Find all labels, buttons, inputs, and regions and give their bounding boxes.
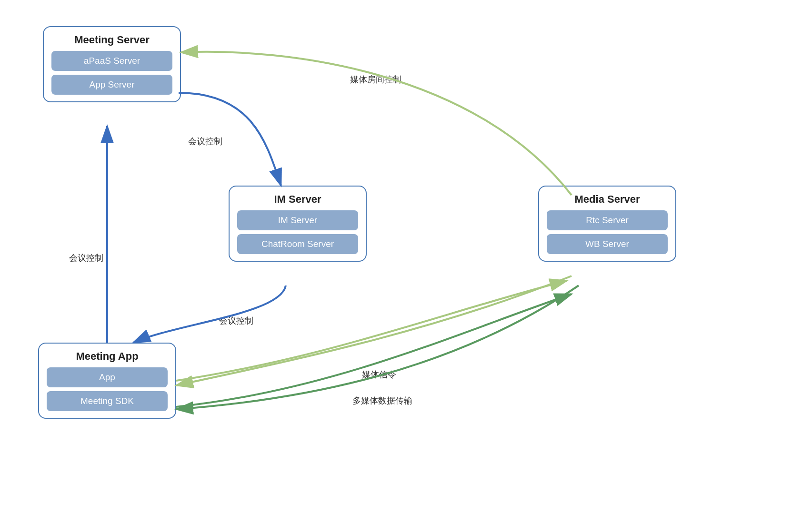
arrow-meetingapp-to-media-2 — [176, 294, 571, 407]
arrow-media-to-meetingapp-data — [176, 286, 579, 409]
app-server-chip: App Server — [51, 75, 172, 95]
meeting-app-title: Meeting App — [47, 350, 168, 363]
meeting-app-box: Meeting App App Meeting SDK — [38, 343, 176, 419]
label-meeting-control-top: 会议控制 — [188, 136, 222, 147]
im-server-title: IM Server — [237, 193, 358, 206]
wb-server-chip: WB Server — [547, 234, 668, 254]
label-meeting-control-left: 会议控制 — [69, 252, 103, 264]
label-media-signal: 媒体信令 — [362, 369, 396, 380]
apaas-server-chip: aPaaS Server — [51, 51, 172, 71]
label-multimedia-data: 多媒体数据传输 — [352, 395, 412, 406]
rtc-server-chip: Rtc Server — [547, 210, 668, 230]
arrow-meetingapp-to-media-1 — [176, 281, 567, 381]
media-server-title: Media Server — [547, 193, 668, 206]
arrow-im-to-meetingapp — [133, 286, 286, 343]
label-media-room-control: 媒体房间控制 — [350, 74, 401, 85]
im-server-chip: IM Server — [237, 210, 358, 230]
label-meeting-control-bottom: 会议控制 — [219, 315, 253, 326]
im-server-box: IM Server IM Server ChatRoom Server — [229, 186, 367, 262]
meeting-server-title: Meeting Server — [51, 34, 172, 46]
arrow-media-to-meetingserver — [181, 52, 571, 195]
chatroom-server-chip: ChatRoom Server — [237, 234, 358, 254]
media-server-box: Media Server Rtc Server WB Server — [538, 186, 676, 262]
meeting-sdk-chip: Meeting SDK — [47, 391, 168, 411]
diagram: Meeting Server aPaaS Server App Server I… — [0, 0, 802, 532]
app-chip: App — [47, 367, 168, 387]
meeting-server-box: Meeting Server aPaaS Server App Server — [43, 26, 181, 102]
